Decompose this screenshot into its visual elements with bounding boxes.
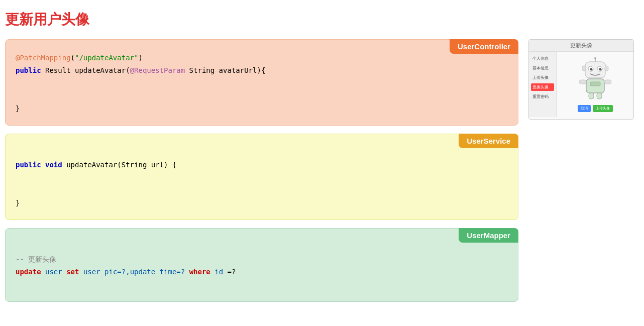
mapper-sql: update user set user_pic=?,update_time=?… — [16, 266, 508, 278]
preview-panel: 更新头像 个人信息 基本信息 上传头像 更换头像 重置密码 — [528, 39, 634, 120]
preview-buttons: 取消 上传头像 — [578, 105, 613, 112]
sql-update: update — [16, 268, 41, 276]
code-line-2: public Result updateAvatar(@RequestParam… — [16, 64, 508, 77]
code-line-1: @PatchMapping("/updateAvatar") — [16, 52, 508, 64]
mapper-line-4 — [16, 278, 508, 291]
sidebar-item-1: 基本信息 — [531, 64, 554, 72]
code-panels: UserController @PatchMapping("/updateAva… — [5, 39, 518, 302]
annotation-string: "/updateAvatar" — [75, 54, 138, 62]
sidebar-item-3[interactable]: 更换头像 — [531, 83, 554, 91]
main-content: UserController @PatchMapping("/updateAva… — [5, 39, 634, 302]
page-title: 更新用户头像 — [5, 10, 634, 29]
service-line-2: public void updateAvatar(String url) { — [16, 159, 508, 171]
sql-field-id: id — [214, 268, 223, 276]
svg-point-6 — [594, 57, 596, 59]
kw-void: void — [45, 161, 62, 169]
preview-sidebar: 个人信息 基本信息 上传头像 更换头像 重置密码 — [529, 52, 557, 117]
svg-point-3 — [590, 68, 592, 71]
preview-main: 取消 上传头像 — [557, 52, 633, 117]
controller-panel: UserController @PatchMapping("/updateAva… — [5, 39, 518, 126]
sql-set: set — [66, 268, 79, 276]
mapper-code: -- 更新头像 update user set user_pic=?,updat… — [16, 237, 508, 291]
request-param: @RequestParam — [130, 66, 185, 74]
kw-public-service: public — [16, 161, 41, 169]
svg-rect-13 — [589, 93, 594, 99]
svg-point-4 — [599, 68, 601, 71]
comment-text: -- 更新头像 — [16, 255, 56, 263]
code-line-4 — [16, 90, 508, 102]
annotation-value: ( — [71, 54, 75, 62]
preview-body: 个人信息 基本信息 上传头像 更换头像 重置密码 — [529, 52, 633, 117]
kw-public: public — [16, 66, 41, 74]
svg-rect-10 — [590, 82, 600, 86]
mapper-panel: UserMapper -- 更新头像 update user set user_… — [5, 228, 518, 302]
sql-where: where — [189, 268, 210, 276]
controller-badge: UserController — [450, 39, 518, 54]
service-panel: UserService public void updateAvatar(Str… — [5, 134, 518, 220]
preview-confirm-btn[interactable]: 上传头像 — [593, 105, 613, 112]
svg-rect-11 — [579, 80, 586, 84]
sidebar-item-4: 重置密码 — [531, 93, 554, 100]
service-code: public void updateAvatar(String url) { } — [16, 142, 508, 209]
svg-rect-14 — [597, 93, 602, 99]
annotation-patchmapping: @PatchMapping — [16, 54, 71, 62]
mapper-line-1 — [16, 241, 508, 253]
code-line-5: } — [16, 102, 508, 115]
controller-code: @PatchMapping("/updateAvatar") public Re… — [16, 48, 508, 115]
robot-avatar — [575, 57, 615, 102]
mapper-badge: UserMapper — [459, 228, 518, 243]
code-line-3 — [16, 77, 508, 89]
sidebar-item-0: 个人信息 — [531, 55, 554, 62]
service-badge: UserService — [459, 134, 518, 148]
service-line-3 — [16, 171, 508, 184]
service-line-4 — [16, 184, 508, 197]
sidebar-item-2: 上传头像 — [531, 74, 554, 81]
service-line-1 — [16, 146, 508, 159]
sql-field-pic: user_pic=?, — [83, 268, 130, 276]
svg-rect-7 — [582, 66, 586, 71]
preview-cancel-btn[interactable]: 取消 — [578, 105, 591, 112]
sql-table: user — [45, 268, 62, 276]
preview-header: 更新头像 — [529, 40, 633, 52]
mapper-comment: -- 更新头像 — [16, 253, 508, 266]
service-line-5: } — [16, 197, 508, 209]
sql-field-time: update_time=? — [130, 268, 185, 276]
svg-rect-12 — [604, 80, 611, 84]
svg-rect-8 — [605, 66, 608, 71]
